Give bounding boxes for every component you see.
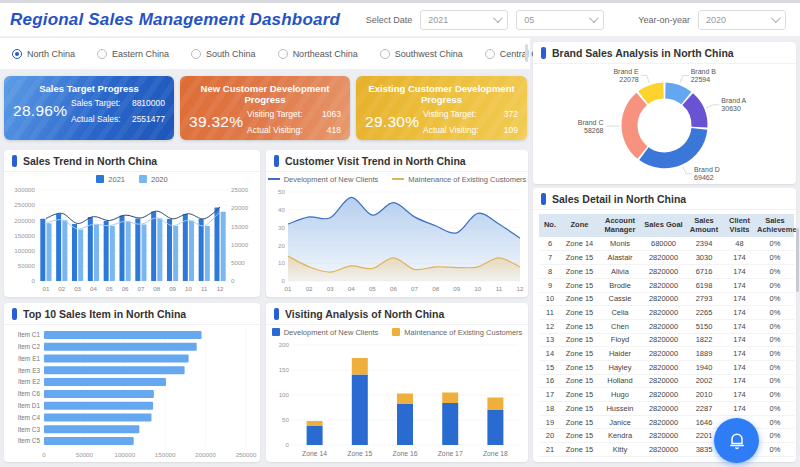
table-header-no-: No.: [539, 214, 561, 237]
table-cell: 174: [723, 333, 756, 347]
slice-label: Brand B: [691, 68, 717, 75]
table-cell: 174: [723, 374, 756, 388]
legend-item[interactable]: 2021: [96, 175, 125, 184]
blue-bar-icon: [274, 308, 279, 320]
table-row[interactable]: 16Zone 15Holland282000020021740%: [539, 374, 794, 388]
slice-label: Brand C: [578, 119, 604, 126]
table-row[interactable]: 12Zone 15Chen282000051501740%: [539, 319, 794, 333]
region-radio-eastern-china[interactable]: Eastern China: [97, 49, 169, 59]
table-row[interactable]: 17Zone 15Hugo282000020101740%: [539, 388, 794, 402]
table-row[interactable]: 15Zone 15Hayley282000019401740%: [539, 360, 794, 374]
hbar-item-e1: [44, 355, 189, 363]
table-row[interactable]: 18Zone 15Hussein282000022871740%: [539, 402, 794, 416]
axis-label: 200: [279, 341, 290, 348]
region-radio-southwest-china[interactable]: Southwest China: [380, 49, 463, 59]
table-cell: 2002: [685, 374, 723, 388]
kpi-title: Sales Target Progress: [13, 83, 165, 94]
table-cell: 2820000: [642, 360, 685, 374]
bar-2020: [173, 226, 178, 281]
region-radio-northeast-china[interactable]: Northeast China: [278, 49, 358, 59]
table-header-sales-achievement: Sales Achievement: [756, 214, 794, 237]
table-row[interactable]: 13Zone 15Floyd282000018221740%: [539, 333, 794, 347]
table-header-zone: Zone: [561, 214, 598, 237]
table-cell: Zone 15: [561, 278, 598, 292]
legend-label: 2020: [151, 175, 168, 184]
table-cell: 20: [539, 429, 561, 443]
axis-label: 08: [153, 285, 160, 292]
month-select[interactable]: 05: [516, 10, 604, 30]
region-scrollbar[interactable]: [525, 44, 528, 62]
axis-label: 150000: [155, 451, 176, 458]
blue-bar-icon: [12, 155, 17, 167]
table-cell: Zone 15: [561, 429, 598, 443]
table-row[interactable]: 19Zone 15Janice282000016461740%: [539, 415, 794, 429]
table-cell: 14: [539, 347, 561, 361]
table-row[interactable]: 11Zone 15Celia282000022651740%: [539, 306, 794, 320]
bar-2021: [151, 212, 156, 281]
hbar-item-c2: [44, 343, 197, 351]
table-cell: 1889: [685, 347, 723, 361]
axis-label: 40: [278, 206, 285, 213]
legend-item[interactable]: Development of New Clients: [272, 328, 379, 337]
table-cell: Alivia: [598, 265, 642, 279]
yoy-select[interactable]: 2020: [698, 10, 786, 30]
brand-donut-svg: Brand B22594Brand A30630Brand D69462Bran…: [533, 64, 796, 182]
legend-item[interactable]: Development of New Clients: [268, 175, 379, 184]
stack-bar-zone-17: [442, 393, 458, 404]
year-select[interactable]: 2021: [420, 10, 508, 30]
table-row[interactable]: 9Zone 15Brodie282000061981740%: [539, 278, 794, 292]
kpi-line1-value: 372: [504, 109, 518, 119]
table-row[interactable]: 10Zone 15Cassie282000027931740%: [539, 292, 794, 306]
table-row[interactable]: 14Zone 15Haider282000018891740%: [539, 347, 794, 361]
table-cell: 2820000: [642, 278, 685, 292]
table-cell: 13: [539, 333, 561, 347]
legend-item[interactable]: Maintenance of Existing Customers: [392, 328, 522, 337]
legend-square-marker: [96, 175, 104, 183]
table-cell: 680000: [642, 237, 685, 251]
axis-label: 09: [169, 285, 176, 292]
donut-slice-brand-a[interactable]: [682, 93, 707, 127]
table-cell: 0%: [756, 278, 794, 292]
axis-label: 20: [278, 242, 285, 249]
legend-item[interactable]: Maintenance of Existing Customers: [392, 175, 526, 184]
yoy-select-value: 2020: [706, 15, 726, 25]
table-cell: 0%: [756, 388, 794, 402]
axis-label: 01: [285, 285, 292, 292]
table-header-sales-amount: Sales Amount: [685, 214, 723, 237]
table-cell: Zone 15: [561, 388, 598, 402]
donut-slice-brand-d[interactable]: [639, 128, 707, 168]
axis-label: 0: [282, 277, 286, 284]
hbar-item-c5: [44, 437, 134, 445]
table-row[interactable]: 8Zone 15Alivia282000067161740%: [539, 265, 794, 279]
panel-top10: Top 10 Sales Item in North China 0500001…: [4, 303, 260, 462]
table-cell: Zone 15: [561, 443, 598, 457]
notification-fab-button[interactable]: [714, 418, 759, 463]
hbar-item-e3: [44, 366, 185, 374]
table-cell: Zone 15: [561, 333, 598, 347]
hbar-item-c1: [44, 331, 202, 339]
region-radio-north-china[interactable]: North China: [12, 49, 75, 59]
table-cell: 2820000: [642, 306, 685, 320]
page-scrollbar[interactable]: [796, 228, 799, 292]
table-cell: Zone 15: [561, 251, 598, 265]
table-cell: 6716: [685, 265, 723, 279]
table-row[interactable]: 6Zone 14Monis6800002394480%: [539, 237, 794, 251]
axis-label: Item E2: [18, 378, 40, 385]
bar-2020: [221, 212, 226, 281]
axis-label: 15000: [231, 223, 249, 230]
axis-label: 100: [279, 391, 290, 398]
axis-label: 50: [278, 188, 285, 195]
table-cell: Zone 15: [561, 265, 598, 279]
donut-slice-brand-c[interactable]: [622, 93, 648, 159]
table-row[interactable]: 7Zone 15Alastair282000030301740%: [539, 251, 794, 265]
region-radio-south-china[interactable]: South China: [191, 49, 256, 59]
bar-2020: [205, 226, 210, 281]
chevron-down-icon: [589, 13, 599, 23]
axis-label: 50000: [76, 451, 94, 458]
legend-item[interactable]: 2020: [139, 175, 168, 184]
panel-sales-detail: Sales Detail in North China No.ZoneAccou…: [533, 188, 796, 462]
table-cell: 2820000: [642, 319, 685, 333]
radio-icon: [191, 49, 201, 59]
table-cell: Hugo: [598, 388, 642, 402]
bar-2020: [62, 220, 67, 281]
